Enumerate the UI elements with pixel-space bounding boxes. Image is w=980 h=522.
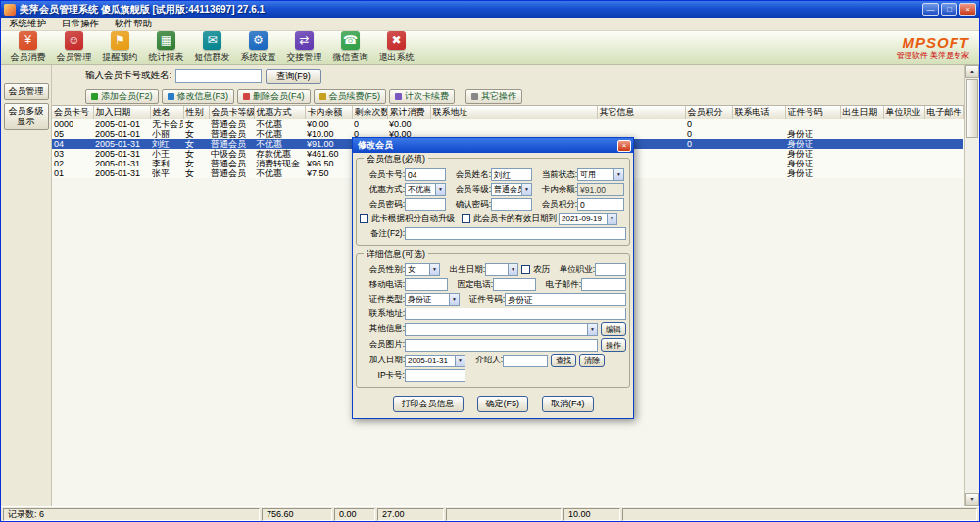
exit-system[interactable]: ✖退出系统 bbox=[373, 31, 419, 64]
address-input[interactable] bbox=[405, 308, 626, 320]
column-header[interactable]: 卡内余额 bbox=[305, 106, 352, 119]
table-cell bbox=[732, 159, 785, 168]
confirm-password-label: 确认密码: bbox=[446, 199, 491, 211]
join-date-select[interactable]: 2005-01-31 ▼ bbox=[405, 355, 466, 367]
scroll-down-icon[interactable]: ▼ bbox=[965, 493, 979, 506]
dialog-titlebar[interactable]: 修改会员 × bbox=[353, 138, 633, 153]
table-cell bbox=[883, 149, 924, 159]
column-header[interactable]: 剩余次数 bbox=[352, 106, 387, 119]
scroll-up-icon[interactable]: ▲ bbox=[965, 65, 979, 78]
wechat-query[interactable]: ☎微信查询 bbox=[327, 31, 373, 64]
photo-action-button[interactable]: 操作 bbox=[601, 338, 626, 352]
column-header[interactable]: 姓名 bbox=[150, 106, 183, 119]
card-no-input[interactable]: 04 bbox=[405, 168, 446, 181]
table-cell: 普通会员 bbox=[209, 129, 254, 139]
member-manage[interactable]: ☺会员管理 bbox=[51, 31, 97, 64]
sidebar-member-manage[interactable]: 会员管理 bbox=[4, 83, 49, 100]
column-header[interactable]: 会员卡号 bbox=[52, 106, 93, 119]
times-card-renew-button[interactable]: 计次卡续费 bbox=[389, 89, 455, 104]
column-header[interactable]: 累计消费 bbox=[387, 106, 430, 119]
minimize-button[interactable]: — bbox=[922, 3, 939, 16]
gender-select[interactable]: 女 ▼ bbox=[405, 263, 440, 276]
maximize-button[interactable]: □ bbox=[941, 3, 957, 16]
query-button[interactable]: 查询(F9) bbox=[266, 69, 321, 84]
column-header[interactable]: 性别 bbox=[183, 106, 209, 119]
remark-input[interactable] bbox=[405, 227, 626, 240]
introducer-input[interactable] bbox=[503, 355, 548, 367]
sidebar-member-multilevel[interactable]: 会员多级显示 bbox=[4, 103, 49, 130]
password-input[interactable] bbox=[405, 198, 446, 211]
id-type-select[interactable]: 身份证 ▼ bbox=[405, 293, 460, 306]
photo-input[interactable] bbox=[405, 339, 598, 352]
auto-upgrade-checkbox[interactable] bbox=[360, 214, 368, 223]
confirm-password-input[interactable] bbox=[491, 198, 532, 211]
vertical-scrollbar[interactable]: ▲ ▼ bbox=[964, 65, 979, 506]
discount-select[interactable]: 不优惠 ▼ bbox=[405, 183, 446, 196]
reminder-booking-label: 提醒预约 bbox=[103, 51, 138, 64]
status-select[interactable]: 可用 ▼ bbox=[577, 168, 624, 181]
edit-other-info-button[interactable]: 编辑 bbox=[601, 322, 626, 336]
delete-member-button[interactable]: 删除会员(F4) bbox=[237, 89, 311, 104]
column-header[interactable]: 加入日期 bbox=[93, 106, 150, 119]
column-header[interactable]: 证件号码 bbox=[785, 106, 840, 119]
lunar-checkbox[interactable] bbox=[521, 265, 530, 274]
table-cell bbox=[840, 119, 883, 130]
shift-manage[interactable]: ⇄交接管理 bbox=[281, 31, 327, 64]
column-header[interactable]: 会员卡等级 bbox=[209, 106, 254, 119]
add-member-button[interactable]: 添加会员(F2) bbox=[85, 89, 159, 104]
column-header[interactable]: 其它信息 bbox=[597, 106, 685, 119]
clear-introducer-button[interactable]: 清除 bbox=[579, 354, 605, 367]
table-cell bbox=[430, 119, 597, 130]
member-consume[interactable]: ¥会员消费 bbox=[5, 31, 51, 64]
email-input[interactable] bbox=[581, 278, 626, 291]
ip-card-input[interactable] bbox=[405, 369, 466, 382]
expire-checkbox[interactable] bbox=[462, 214, 470, 223]
other-info-select[interactable]: ▼ bbox=[405, 323, 598, 336]
dialog-close-icon[interactable]: × bbox=[617, 140, 631, 152]
column-header[interactable]: 出生日期 bbox=[840, 106, 883, 119]
find-introducer-button[interactable]: 查找 bbox=[551, 354, 576, 367]
print-member-info-button[interactable]: 打印会员信息 bbox=[393, 396, 464, 412]
other-operations-button[interactable]: 其它操作 bbox=[466, 89, 522, 104]
table-cell bbox=[883, 159, 924, 168]
member-consume-label: 会员消费 bbox=[11, 51, 46, 64]
sms-broadcast[interactable]: ✉短信群发 bbox=[189, 31, 235, 64]
scrollbar-track[interactable] bbox=[965, 139, 979, 493]
birthday-select[interactable]: ▼ bbox=[485, 263, 518, 276]
menu-software-help[interactable]: 软件帮助 bbox=[107, 18, 160, 30]
search-input[interactable] bbox=[175, 69, 262, 83]
column-header[interactable]: 联系地址 bbox=[430, 106, 597, 119]
table-cell: 不优惠 bbox=[254, 168, 305, 178]
reminder-icon: ⚑ bbox=[111, 31, 129, 50]
column-header[interactable]: 单位职业 bbox=[883, 106, 924, 119]
renew-member-button[interactable]: 会员续费(F5) bbox=[314, 89, 387, 104]
points-input[interactable]: 0 bbox=[577, 198, 624, 211]
card-no-label: 会员卡号: bbox=[360, 169, 405, 181]
edit-info-button[interactable]: 修改信息(F3) bbox=[162, 89, 235, 104]
mobile-input[interactable] bbox=[405, 278, 448, 291]
expire-date-select[interactable]: 2021-09-19 ▼ bbox=[559, 213, 617, 225]
ok-button[interactable]: 确定(F5) bbox=[477, 396, 529, 412]
reminder-booking[interactable]: ⚑提醒预约 bbox=[97, 31, 143, 64]
table-cell bbox=[732, 119, 785, 130]
member-name-input[interactable]: 刘红 bbox=[491, 168, 532, 181]
column-header[interactable]: 优惠方式 bbox=[254, 106, 305, 119]
statistics-report[interactable]: ▦统计报表 bbox=[143, 31, 189, 64]
scrollbar-thumb[interactable] bbox=[966, 79, 978, 138]
column-header[interactable]: 电子邮件 bbox=[924, 106, 963, 119]
menu-daily-operations[interactable]: 日常操作 bbox=[54, 18, 107, 30]
id-no-input[interactable]: 身份证 bbox=[505, 293, 626, 306]
table-cell: 普通会员 bbox=[209, 119, 254, 130]
cancel-button[interactable]: 取消(F4) bbox=[542, 396, 594, 412]
column-header[interactable]: 会员积分 bbox=[685, 106, 732, 119]
close-button[interactable]: × bbox=[959, 3, 976, 16]
system-settings[interactable]: ⚙系统设置 bbox=[235, 31, 281, 64]
titlebar[interactable]: 美萍会员管理系统 傻瓜旗舰版 [试用版:44113697] 27.6.1 — □… bbox=[1, 1, 979, 18]
phone-input[interactable] bbox=[493, 278, 536, 291]
job-input[interactable] bbox=[595, 263, 626, 276]
table-row[interactable]: 00002005-01-01无卡会员女普通会员不优惠¥0.000¥0.000 bbox=[52, 119, 963, 130]
column-header[interactable]: 联系电话 bbox=[732, 106, 785, 119]
menu-system-maintenance[interactable]: 系统维护 bbox=[1, 18, 54, 30]
level-select[interactable]: 普通会员 ▼ bbox=[491, 183, 532, 196]
system-settings-label: 系统设置 bbox=[241, 51, 276, 64]
